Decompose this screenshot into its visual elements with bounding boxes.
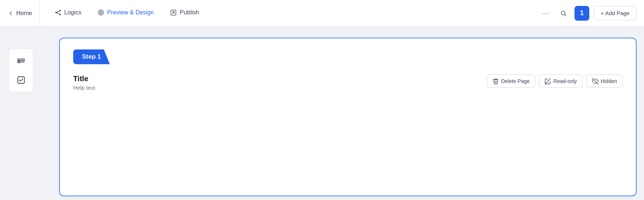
checklist-icon	[17, 76, 26, 85]
page-help-text: Help text	[73, 85, 95, 91]
hidden-label: Hidden	[601, 78, 617, 84]
step-label: Step 1	[82, 53, 101, 60]
toolbar-nav-group: Logics Preview & Design Publish	[47, 0, 539, 26]
read-only-icon	[545, 78, 551, 85]
delete-page-button[interactable]: Delete Page	[487, 75, 535, 88]
more-icon: ···	[542, 9, 550, 17]
chevron-left-icon	[7, 10, 14, 17]
page-actions: Delete Page Read-only	[487, 75, 623, 88]
logics-label: Logics	[64, 9, 81, 16]
page-number: 1	[580, 9, 584, 17]
search-icon	[560, 10, 567, 17]
publish-icon	[170, 9, 177, 16]
search-button[interactable]	[557, 7, 570, 20]
logics-icon	[55, 9, 61, 16]
delete-icon	[492, 78, 499, 85]
sidebar-tools	[9, 49, 33, 92]
preview-design-nav-item[interactable]: Preview & Design	[90, 0, 161, 26]
read-only-button[interactable]: Read-only	[539, 75, 583, 88]
home-nav-item[interactable]: Home	[7, 0, 40, 26]
hidden-icon	[592, 78, 599, 85]
form-fields-icon	[17, 56, 26, 65]
page-header-row: Title Help text Delete Page	[73, 75, 623, 91]
main-content: Step 1 Title Help text Delete Pa	[0, 27, 644, 200]
svg-rect-15	[18, 77, 24, 83]
preview-icon	[98, 9, 104, 16]
page-badge[interactable]: 1	[574, 6, 589, 21]
checklist-tool[interactable]	[13, 72, 29, 88]
home-label: Home	[16, 10, 32, 17]
svg-point-7	[101, 12, 101, 13]
publish-nav-item[interactable]: Publish	[163, 0, 206, 26]
add-page-label: + Add Page	[601, 10, 630, 16]
toolbar: Home Logics Preview & Design	[0, 0, 644, 27]
add-page-button[interactable]: + Add Page	[594, 6, 637, 20]
form-fields-tool[interactable]	[13, 53, 29, 69]
more-button[interactable]: ···	[539, 7, 552, 20]
toolbar-right-actions: ··· 1 + Add Page	[539, 6, 637, 21]
svg-rect-13	[18, 61, 20, 63]
page-title-section: Title Help text	[73, 75, 95, 91]
svg-rect-12	[18, 59, 24, 61]
delete-page-label: Delete Page	[501, 78, 530, 84]
read-only-label: Read-only	[553, 78, 577, 84]
step-tag: Step 1	[73, 49, 110, 64]
svg-line-11	[565, 14, 566, 16]
svg-line-3	[57, 11, 60, 13]
preview-design-label: Preview & Design	[107, 9, 154, 16]
hidden-button[interactable]: Hidden	[586, 75, 623, 88]
logics-nav-item[interactable]: Logics	[47, 0, 89, 26]
svg-line-16	[545, 79, 550, 84]
svg-line-4	[57, 13, 60, 14]
page-title: Title	[73, 75, 95, 83]
canvas-area: Step 1 Title Help text Delete Pa	[59, 38, 637, 196]
publish-label: Publish	[180, 9, 199, 16]
